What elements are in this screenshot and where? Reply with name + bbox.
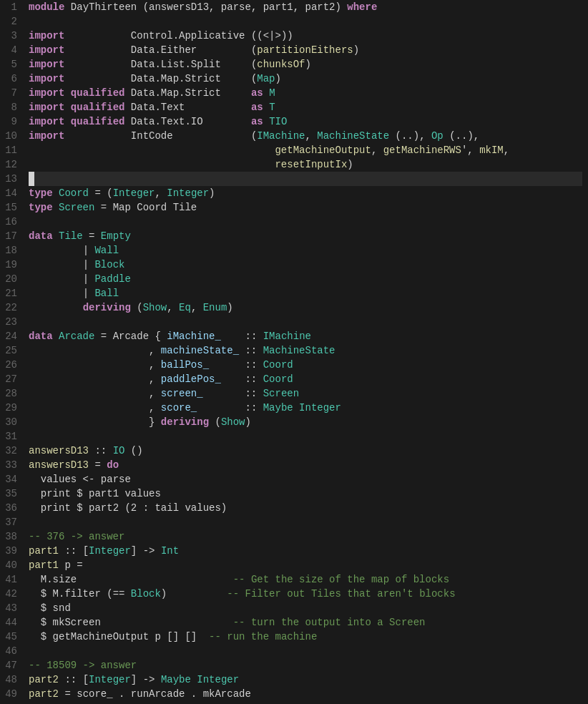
code-line: , ballPos_ :: Coord: [29, 358, 582, 372]
line-number: 18: [3, 243, 17, 258]
code-line: import qualified Data.Map.Strict as M: [29, 86, 582, 100]
code-line: part2 = score_ . runArcade . mkArcade: [29, 687, 582, 701]
code-line: $ M.filter (== Block) -- Filter out Tile…: [29, 587, 582, 601]
line-number: 1: [3, 0, 17, 14]
code-line: resetInputIx): [29, 157, 582, 172]
line-number: 12: [3, 157, 17, 172]
code-line: , machineState_ :: MachineState: [29, 343, 582, 358]
code-body[interactable]: module DayThirteen (answersD13, parse, p…: [23, 0, 588, 701]
line-number: 27: [3, 372, 17, 386]
line-number: 13: [3, 172, 17, 186]
line-number: 21: [3, 286, 17, 300]
line-number: 26: [3, 358, 17, 372]
code-line: | Paddle: [29, 272, 582, 286]
code-line: [29, 14, 582, 29]
line-number: 48: [3, 673, 17, 687]
line-number: 23: [3, 315, 17, 329]
code-line: $ snd: [29, 601, 582, 615]
code-line: import Control.Applicative ((<|>)): [29, 29, 582, 43]
line-number: 7: [3, 86, 17, 100]
line-number: 49: [3, 687, 17, 701]
line-number: 35: [3, 487, 17, 501]
line-number: 5: [3, 57, 17, 72]
code-line: import Data.Either (partitionEithers): [29, 43, 582, 57]
code-line: , score_ :: Maybe Integer: [29, 401, 582, 415]
line-number: 46: [3, 644, 17, 658]
line-number: 38: [3, 529, 17, 544]
line-number: 31: [3, 429, 17, 444]
line-number: 10: [3, 129, 17, 143]
line-number: 8: [3, 100, 17, 114]
line-number: 36: [3, 501, 17, 515]
line-number: 6: [3, 72, 17, 86]
line-number: 43: [3, 601, 17, 615]
code-line: part1 p =: [29, 558, 582, 572]
code-line: [29, 515, 582, 529]
line-number-gutter: 1234567891011121314151617181920212223242…: [0, 0, 23, 701]
code-line: part2 :: [Integer] -> Maybe Integer: [29, 673, 582, 687]
code-line: print $ part1 values: [29, 487, 582, 501]
line-number: 28: [3, 386, 17, 401]
code-line: import qualified Data.Text as T: [29, 100, 582, 114]
code-line: , paddlePos_ :: Coord: [29, 372, 582, 386]
code-line: type Screen = Map Coord Tile: [29, 200, 582, 215]
code-line: [29, 215, 582, 229]
line-number: 32: [3, 444, 17, 458]
code-line: import IntCode (IMachine, MachineState (…: [29, 129, 582, 143]
code-line: M.size -- Get the size of the map of blo…: [29, 572, 582, 587]
code-line: | Wall: [29, 243, 582, 258]
code-line: | Ball: [29, 286, 582, 300]
line-number: 22: [3, 300, 17, 315]
line-number: 15: [3, 200, 17, 215]
code-line: } deriving (Show): [29, 415, 582, 429]
code-line: [29, 315, 582, 329]
line-number: 37: [3, 515, 17, 529]
line-number: 44: [3, 615, 17, 630]
code-line: print $ part2 (2 : tail values): [29, 501, 582, 515]
line-number: 9: [3, 114, 17, 129]
line-number: 45: [3, 630, 17, 644]
line-number: 14: [3, 186, 17, 200]
line-number: 2: [3, 14, 17, 29]
code-line: -- 18509 -> answer: [29, 658, 582, 673]
line-number: 16: [3, 215, 17, 229]
code-line: answersD13 :: IO (): [29, 444, 582, 458]
code-line: [29, 644, 582, 658]
code-line: answersD13 = do: [29, 458, 582, 472]
line-number: 4: [3, 43, 17, 57]
line-number: 33: [3, 458, 17, 472]
line-number: 25: [3, 343, 17, 358]
line-number: 40: [3, 558, 17, 572]
code-line: import Data.List.Split (chunksOf): [29, 57, 582, 72]
code-line: [29, 429, 582, 444]
line-number: 34: [3, 472, 17, 487]
line-number: 19: [3, 258, 17, 272]
line-number: 42: [3, 587, 17, 601]
line-number: 29: [3, 401, 17, 415]
code-line: $ mkScreen -- turn the output into a Scr…: [29, 615, 582, 630]
code-line: part1 :: [Integer] -> Int: [29, 544, 582, 558]
code-editor: 1234567891011121314151617181920212223242…: [0, 0, 588, 701]
line-number: 20: [3, 272, 17, 286]
code-line: -- 376 -> answer: [29, 529, 582, 544]
code-line: data Tile = Empty: [29, 229, 582, 243]
code-line: data Arcade = Arcade { iMachine_ :: IMac…: [29, 329, 582, 343]
line-number: 17: [3, 229, 17, 243]
line-number: 47: [3, 658, 17, 673]
code-line: getMachineOutput, getMachineRWS', mkIM,: [29, 143, 582, 157]
code-line: [29, 172, 582, 186]
code-line: deriving (Show, Eq, Enum): [29, 300, 582, 315]
code-line: $ getMachineOutput p [] [] -- run the ma…: [29, 630, 582, 644]
line-number: 11: [3, 143, 17, 157]
line-number: 39: [3, 544, 17, 558]
code-line: | Block: [29, 258, 582, 272]
line-number: 24: [3, 329, 17, 343]
code-line: import qualified Data.Text.IO as TIO: [29, 114, 582, 129]
code-line: type Coord = (Integer, Integer): [29, 186, 582, 200]
code-line: import Data.Map.Strict (Map): [29, 72, 582, 86]
code-line: , screen_ :: Screen: [29, 386, 582, 401]
code-line: module DayThirteen (answersD13, parse, p…: [29, 0, 582, 14]
line-number: 30: [3, 415, 17, 429]
line-number: 3: [3, 29, 17, 43]
code-line: values <- parse: [29, 472, 582, 487]
